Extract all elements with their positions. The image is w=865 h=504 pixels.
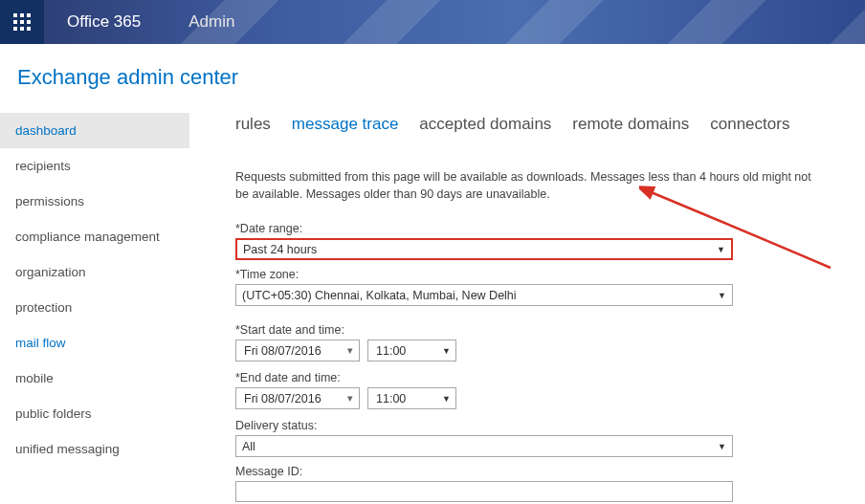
delivery-status-value: All <box>242 440 255 453</box>
date-range-label: *Date range: <box>235 222 827 235</box>
app-launcher-icon[interactable] <box>0 0 44 44</box>
message-id-label: Message ID: <box>235 465 827 478</box>
end-date-picker[interactable]: Fri 08/07/2016 <box>235 387 360 409</box>
tab-remote-domains[interactable]: remote domains <box>572 115 689 134</box>
sidebar-item-public-folders[interactable]: public folders <box>0 396 189 431</box>
tab-message-trace[interactable]: message trace <box>292 115 399 134</box>
sidebar-item-protection[interactable]: protection <box>0 290 189 325</box>
sidebar-item-mail-flow[interactable]: mail flow <box>0 325 189 361</box>
start-time-value: 11:00 <box>376 344 406 358</box>
start-datetime-label: *Start date and time: <box>235 323 827 337</box>
topbar: Office 365 Admin <box>0 0 865 44</box>
timezone-select[interactable]: (UTC+05:30) Chennai, Kolkata, Mumbai, Ne… <box>235 284 733 306</box>
sidebar-item-recipients[interactable]: recipients <box>0 148 189 184</box>
end-time-value: 11:00 <box>376 392 406 405</box>
page-title: Exchange admin center <box>0 44 865 113</box>
tab-connectors[interactable]: connectors <box>710 115 789 134</box>
end-time-picker[interactable]: 11:00 <box>367 387 456 409</box>
sidebar-item-dashboard[interactable]: dashboard <box>0 113 189 148</box>
start-date-value: Fri 08/07/2016 <box>244 344 322 358</box>
end-date-value: Fri 08/07/2016 <box>244 392 322 405</box>
end-datetime-label: *End date and time: <box>235 371 827 384</box>
message-id-input[interactable] <box>235 481 733 502</box>
sidebar-item-mobile[interactable]: mobile <box>0 361 189 396</box>
tab-accepted-domains[interactable]: accepted domains <box>419 115 551 134</box>
sidebar-item-permissions[interactable]: permissions <box>0 184 189 219</box>
sidebar-item-organization[interactable]: organization <box>0 254 189 290</box>
delivery-status-label: Delivery status: <box>235 419 827 432</box>
intro-text: Requests submitted from this page will b… <box>235 168 827 203</box>
sidebar-item-unified-messaging[interactable]: unified messaging <box>0 431 189 467</box>
tabstrip: rules message trace accepted domains rem… <box>235 113 827 134</box>
brand-section: Admin <box>189 12 234 32</box>
sidebar-item-compliance[interactable]: compliance management <box>0 219 189 254</box>
date-range-select[interactable]: Past 24 hours <box>235 238 733 260</box>
sidebar: dashboard recipients permissions complia… <box>0 113 189 502</box>
main-content: rules message trace accepted domains rem… <box>189 113 865 502</box>
start-time-picker[interactable]: 11:00 <box>367 340 456 362</box>
delivery-status-select[interactable]: All <box>235 435 733 457</box>
brand-title: Office 365 <box>67 12 141 32</box>
timezone-label: *Time zone: <box>235 268 827 281</box>
date-range-value: Past 24 hours <box>243 243 317 256</box>
timezone-value: (UTC+05:30) Chennai, Kolkata, Mumbai, Ne… <box>242 289 517 302</box>
start-date-picker[interactable]: Fri 08/07/2016 <box>235 340 360 362</box>
tab-rules[interactable]: rules <box>235 115 271 134</box>
